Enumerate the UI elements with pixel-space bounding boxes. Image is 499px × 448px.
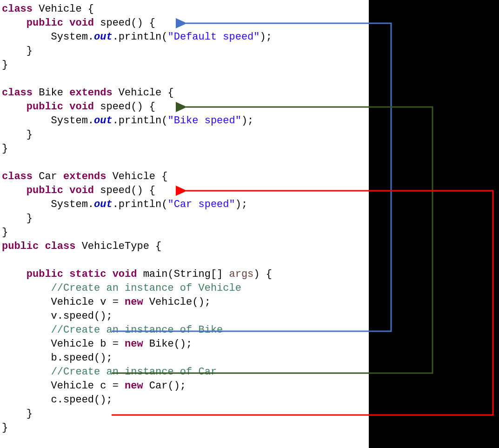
- code-block: class Vehicle { public void speed() { Sy…: [0, 0, 370, 435]
- kw-class: class: [2, 3, 33, 15]
- diagram-canvas: class Vehicle { public void speed() { Sy…: [0, 0, 499, 448]
- right-black-bar: [369, 0, 499, 448]
